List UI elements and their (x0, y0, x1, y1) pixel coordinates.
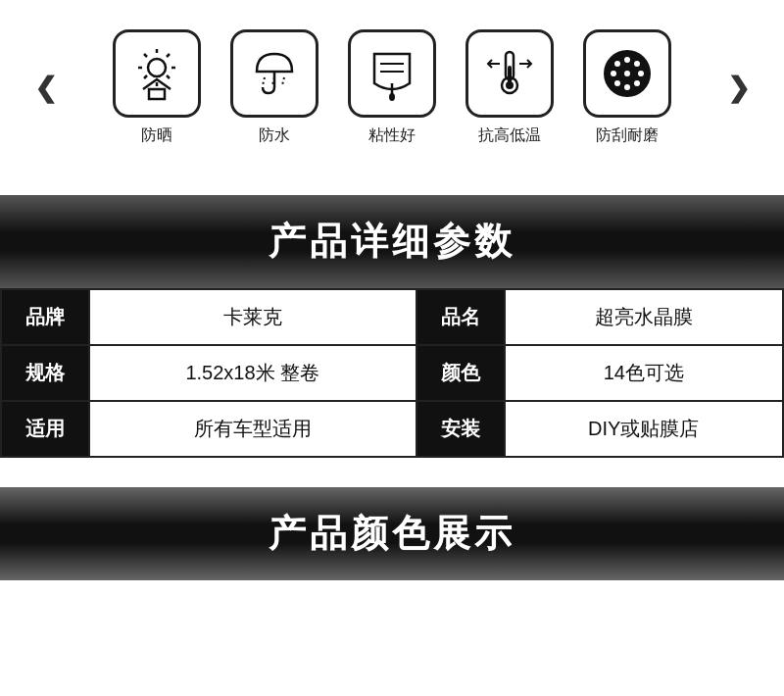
params-table: 品牌 卡莱克 品名 超亮水晶膜 规格 1.52x18米 整卷 颜色 14色可选 … (0, 288, 784, 458)
svg-point-28 (614, 80, 620, 86)
param-row-0: 品牌 卡莱克 品名 超亮水晶膜 (1, 289, 783, 345)
svg-point-23 (614, 61, 620, 67)
svg-point-29 (624, 84, 630, 90)
param-val-1-2: 14色可选 (505, 345, 783, 401)
temp-icon-box (466, 29, 554, 118)
svg-point-13 (389, 93, 395, 101)
param-val-1-1: 1.52x18米 整卷 (89, 345, 416, 401)
param-row-1: 规格 1.52x18米 整卷 颜色 14色可选 (1, 345, 783, 401)
section2-title: 产品颜色展示 (269, 513, 515, 554)
param-row-2: 适用 所有车型适用 安装 DIY或贴膜店 (1, 401, 783, 457)
sticky-icon-box (348, 29, 436, 118)
water-icon-box (230, 29, 318, 118)
svg-point-0 (148, 59, 166, 76)
svg-line-6 (167, 75, 170, 78)
param-key-2-1: 适用 (1, 401, 89, 457)
sticky-icon (365, 46, 419, 101)
param-key-1-1: 规格 (1, 345, 89, 401)
svg-line-12 (282, 77, 284, 85)
params-table-wrapper: 品牌 卡莱克 品名 超亮水晶膜 规格 1.52x18米 整卷 颜色 14色可选 … (0, 288, 784, 458)
svg-line-8 (144, 75, 147, 78)
svg-point-27 (638, 71, 644, 76)
param-key-1-2: 颜色 (416, 345, 505, 401)
svg-point-26 (611, 71, 616, 76)
icon-item-scratch: 防刮耐磨 (583, 29, 671, 146)
scratch-proof-icon (600, 46, 655, 101)
section2-header: 产品颜色展示 (0, 487, 784, 580)
svg-point-24 (624, 57, 630, 63)
svg-point-31 (624, 71, 630, 76)
param-key-2-2: 安装 (416, 401, 505, 457)
sun-proof-icon (129, 46, 184, 101)
param-key-0-1: 品牌 (1, 289, 89, 345)
param-val-2-2: DIY或贴膜店 (505, 401, 783, 457)
param-val-0-1: 卡莱克 (89, 289, 416, 345)
scratch-label: 防刮耐磨 (596, 125, 659, 146)
icon-item-sun: 防晒 (113, 29, 201, 146)
icon-item-sticky: 粘性好 (348, 29, 436, 146)
sticky-label: 粘性好 (368, 125, 416, 146)
next-arrow[interactable]: ❯ (712, 72, 764, 104)
waterproof-icon (247, 46, 302, 101)
temp-label: 抗高低温 (478, 125, 541, 146)
svg-point-25 (634, 61, 640, 67)
scratch-icon-box (583, 29, 671, 118)
waterproof-label: 防水 (259, 125, 290, 146)
param-val-0-2: 超亮水晶膜 (505, 289, 783, 345)
icon-item-temp: 抗高低温 (466, 29, 554, 146)
icon-item-water: 防水 (230, 29, 318, 146)
temp-icon (482, 46, 537, 101)
svg-line-5 (144, 54, 147, 57)
prev-arrow[interactable]: ❮ (20, 72, 72, 104)
svg-line-10 (263, 77, 265, 85)
param-val-2-1: 所有车型适用 (89, 401, 416, 457)
svg-rect-18 (508, 66, 512, 83)
sun-icon-box (113, 29, 201, 118)
section1-title: 产品详细参数 (269, 221, 515, 262)
section1-header: 产品详细参数 (0, 195, 784, 288)
param-key-0-2: 品名 (416, 289, 505, 345)
svg-rect-9 (149, 89, 165, 99)
svg-point-19 (506, 81, 514, 89)
svg-line-7 (167, 54, 170, 57)
sun-proof-label: 防晒 (141, 125, 172, 146)
svg-point-30 (634, 80, 640, 86)
icons-section: ❮ (0, 0, 784, 166)
icons-row: 防晒 防水 (72, 29, 712, 146)
